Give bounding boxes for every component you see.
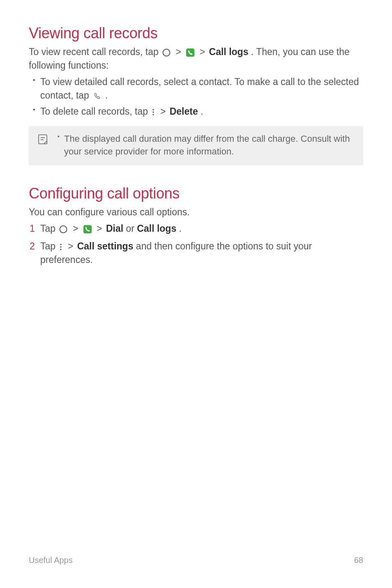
phone-app-icon xyxy=(83,225,92,234)
note-icon xyxy=(37,134,49,158)
call-logs-label: Call logs xyxy=(209,46,249,57)
page-footer: Useful Apps 68 xyxy=(29,556,363,565)
svg-point-11 xyxy=(60,246,62,247)
list-item: To view detailed call records, select a … xyxy=(40,75,363,103)
phone-app-icon xyxy=(186,48,195,57)
section2-steps: Tap > > Dial or Call logs . Tap > Call s… xyxy=(29,222,363,267)
section-heading-viewing-call-records: Viewing call records xyxy=(29,25,363,42)
svg-point-3 xyxy=(153,112,154,113)
section1-intro: To view recent call records, tap > > Cal… xyxy=(29,45,363,73)
svg-rect-9 xyxy=(83,225,92,233)
list-item: To delete call records, tap > Delete . xyxy=(40,105,363,118)
dial-label: Dial xyxy=(106,223,123,234)
text-fragment: Tap xyxy=(40,241,58,251)
text-fragment: . xyxy=(105,90,108,101)
section1-bullets: To view detailed call records, select a … xyxy=(29,75,363,119)
circle-icon xyxy=(59,225,68,234)
text-fragment: . xyxy=(179,223,182,234)
separator-chevron: > xyxy=(97,223,102,234)
section2-intro: You can configure various call options. xyxy=(29,205,363,219)
list-item: Tap > > Dial or Call logs . xyxy=(40,222,363,235)
text-fragment: To view recent call records, tap xyxy=(29,46,161,57)
separator-chevron: > xyxy=(68,241,73,251)
separator-chevron: > xyxy=(176,46,181,57)
text-fragment: or xyxy=(126,223,137,234)
text-fragment: . xyxy=(201,106,203,117)
svg-point-0 xyxy=(163,49,170,56)
note-text: The displayed call duration may differ f… xyxy=(64,133,356,158)
note-list: The displayed call duration may differ f… xyxy=(57,133,356,158)
separator-chevron: > xyxy=(73,223,78,234)
call-outline-icon xyxy=(92,92,101,101)
svg-point-4 xyxy=(153,114,154,115)
footer-section-label: Useful Apps xyxy=(29,556,73,565)
delete-label: Delete xyxy=(170,106,198,117)
text-fragment: Tap xyxy=(40,223,58,234)
more-dots-icon xyxy=(59,242,63,251)
svg-point-10 xyxy=(60,244,62,245)
footer-page-number: 68 xyxy=(354,556,363,565)
note-box: The displayed call duration may differ f… xyxy=(29,126,363,166)
separator-chevron: > xyxy=(200,46,205,57)
more-dots-icon xyxy=(151,108,155,117)
svg-point-12 xyxy=(60,249,62,250)
call-logs-label: Call logs xyxy=(137,223,176,234)
separator-chevron: > xyxy=(160,106,166,117)
call-settings-label: Call settings xyxy=(77,241,134,251)
text-fragment: To view detailed call records, select a … xyxy=(40,76,359,101)
svg-rect-1 xyxy=(186,48,194,57)
circle-icon xyxy=(162,48,171,57)
list-item: Tap > Call settings and then configure t… xyxy=(40,240,363,267)
text-fragment: To delete call records, tap xyxy=(40,106,150,117)
section-heading-configuring-call-options: Configuring call options xyxy=(29,185,363,202)
svg-point-8 xyxy=(60,226,67,233)
svg-point-2 xyxy=(153,109,154,111)
